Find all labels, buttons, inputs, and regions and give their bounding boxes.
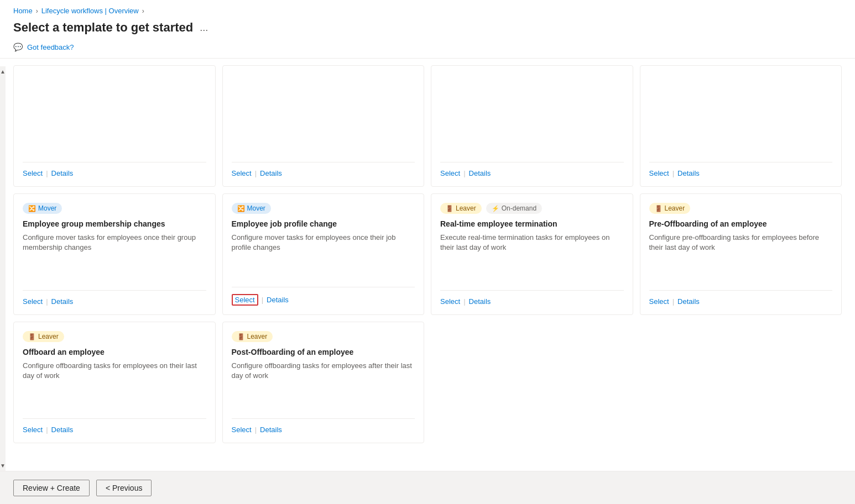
badge-row: 🚪 Leaver [232, 331, 415, 342]
badge-mover-label: Mover [38, 204, 56, 212]
details-link[interactable]: Details [51, 297, 74, 306]
badge-mover-label: Mover [247, 204, 265, 212]
details-link[interactable]: Details [260, 169, 282, 177]
card-footer: Select | Details [23, 290, 206, 306]
card-footer: Select | Details [23, 162, 206, 177]
select-link[interactable]: Select [23, 169, 43, 177]
card-top [23, 75, 206, 153]
card-top: 🚪 Leaver ⚡ On-demand Real-time employee … [440, 203, 624, 281]
details-link[interactable]: Details [51, 169, 74, 177]
card-title: Post-Offboarding of an employee [232, 348, 415, 356]
details-link[interactable]: Details [469, 297, 491, 306]
badge-row: 🔀 Mover [232, 203, 415, 214]
card-top [232, 75, 415, 153]
cards-grid: Select | Details Select | Details Select… [0, 59, 855, 450]
badge-leaver-label: Leaver [247, 333, 268, 340]
card-7: 🚪 Leaver ⚡ On-demand Real-time employee … [431, 193, 633, 315]
badge-ondemand-icon: ⚡ [492, 205, 499, 212]
card-top: 🔀 Mover Employee group membership change… [23, 203, 206, 281]
card-footer: Select | Details [232, 287, 415, 306]
card-9: 🚪 Leaver Offboard an employee Configure … [13, 322, 216, 443]
details-link[interactable]: Details [677, 297, 700, 306]
card-title: Employee group membership changes [23, 219, 206, 228]
select-link[interactable]: Select [232, 426, 252, 434]
card-separator: | [255, 426, 257, 434]
badge-mover-icon: 🔀 [237, 205, 245, 212]
select-link[interactable]: Select [649, 297, 669, 306]
card-separator: | [46, 297, 48, 306]
page-header: Select a template to get started ... [0, 18, 855, 40]
breadcrumb-lifecycle[interactable]: Lifecycle workflows | Overview [41, 7, 139, 15]
card-title: Offboard an employee [23, 348, 206, 356]
card-footer: Select | Details [649, 162, 833, 177]
badge-leaver-label: Leaver [456, 204, 476, 212]
review-create-button[interactable]: Review + Create [13, 480, 90, 496]
badge-mover-icon: 🔀 [28, 205, 36, 212]
badge-leaver-label: Leaver [665, 204, 685, 212]
breadcrumb-home[interactable]: Home [13, 7, 33, 15]
card-top [649, 75, 833, 153]
card-footer: Select | Details [232, 162, 415, 177]
card-description: Execute real-time termination tasks for … [440, 233, 624, 253]
page-title: Select a template to get started [13, 20, 193, 35]
card-footer: Select | Details [440, 162, 624, 177]
badge-leaver: 🚪 Leaver [232, 331, 273, 342]
left-scroll-indicator: ▲ ▼ [0, 66, 6, 471]
details-link[interactable]: Details [469, 169, 491, 177]
card-title: Real-time employee termination [440, 219, 624, 228]
card-6: 🔀 Mover Employee job profile change Conf… [222, 193, 425, 315]
badge-mover: 🔀 Mover [23, 203, 62, 214]
badge-leaver: 🚪 Leaver [440, 203, 482, 214]
badge-mover: 🔀 Mover [232, 203, 271, 214]
feedback-bar[interactable]: 💬 Got feedback? [0, 40, 855, 58]
select-link[interactable]: Select [232, 169, 252, 177]
details-link[interactable]: Details [260, 426, 282, 434]
card-footer: Select | Details [232, 418, 415, 434]
card-1: Select | Details [13, 65, 216, 187]
card-description: Configure offboarding tasks for employee… [23, 361, 206, 381]
badge-leaver-icon: 🚪 [446, 205, 453, 212]
card-separator: | [262, 296, 263, 304]
badge-row: 🚪 Leaver [23, 331, 206, 342]
badge-leaver-icon: 🚪 [28, 333, 36, 340]
card-separator: | [463, 169, 465, 177]
card-top: 🚪 Leaver Pre-Offboarding of an employee … [649, 203, 833, 281]
page-options-button[interactable]: ... [200, 22, 208, 34]
badge-leaver-icon: 🚪 [237, 333, 245, 340]
card-top: 🔀 Mover Employee job profile change Conf… [232, 203, 415, 278]
card-5: 🔀 Mover Employee group membership change… [13, 193, 216, 315]
scroll-down-arrow[interactable]: ▼ [0, 463, 6, 469]
feedback-icon: 💬 [13, 43, 23, 51]
select-link[interactable]: Select [23, 297, 43, 306]
select-link[interactable]: Select [232, 294, 258, 306]
card-top: 🚪 Leaver Offboard an employee Configure … [23, 331, 206, 410]
card-separator: | [46, 169, 48, 177]
card-3: Select | Details [431, 65, 633, 187]
card-separator: | [255, 169, 257, 177]
card-separator: | [672, 169, 674, 177]
details-link[interactable]: Details [677, 169, 700, 177]
details-link[interactable]: Details [51, 426, 74, 434]
details-link[interactable]: Details [267, 296, 289, 304]
previous-button[interactable]: < Previous [96, 480, 152, 496]
scroll-up-arrow[interactable]: ▲ [0, 69, 6, 75]
card-title: Employee job profile change [232, 219, 415, 228]
bottom-bar: Review + Create < Previous [0, 471, 855, 504]
select-link[interactable]: Select [649, 169, 669, 177]
card-footer: Select | Details [649, 290, 833, 306]
card-footer: Select | Details [440, 290, 624, 306]
breadcrumb-sep-1: › [36, 7, 38, 15]
card-separator: | [463, 297, 465, 306]
card-description: Configure mover tasks for employees once… [232, 233, 415, 253]
card-separator: | [672, 297, 674, 306]
card-top [440, 75, 624, 153]
card-description: Configure offboarding tasks for employee… [232, 361, 415, 381]
badge-leaver: 🚪 Leaver [23, 331, 64, 342]
select-link[interactable]: Select [440, 297, 460, 306]
badge-ondemand: ⚡ On-demand [486, 203, 542, 214]
select-link[interactable]: Select [23, 426, 43, 434]
card-4: Select | Details [640, 65, 842, 187]
select-link[interactable]: Select [440, 169, 460, 177]
card-10: 🚪 Leaver Post-Offboarding of an employee… [222, 322, 425, 443]
card-title: Pre-Offboarding of an employee [649, 219, 833, 228]
